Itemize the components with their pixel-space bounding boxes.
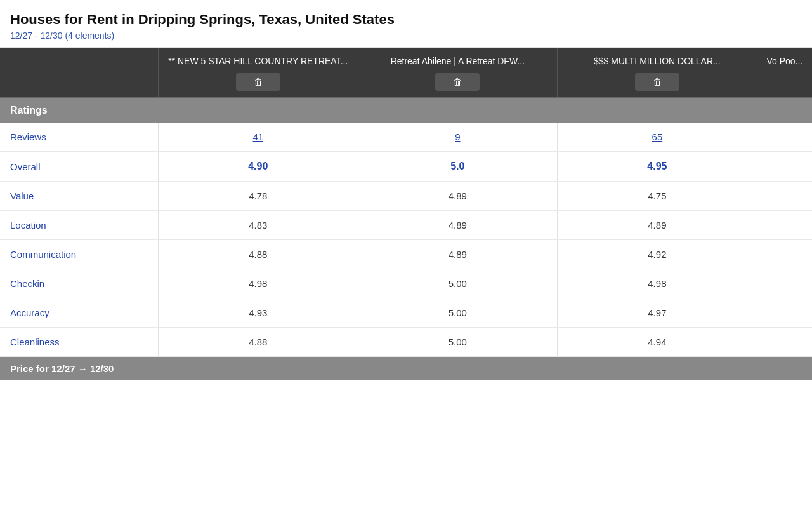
header-empty-cell <box>0 48 158 98</box>
cell-6-3 <box>757 298 812 328</box>
trash-icon-3: 🗑 <box>653 77 662 87</box>
delete-button-3[interactable]: 🗑 <box>635 73 679 91</box>
cell-4-2: 4.92 <box>558 240 757 269</box>
cell-0-0[interactable]: 41 <box>158 123 358 152</box>
price-section-header: Price for 12/27 → 12/30 <box>0 357 812 381</box>
price-label: Price for 12/27 → 12/30 <box>0 357 812 381</box>
comparison-table-wrapper: ** NEW 5 STAR HILL COUNTRY RETREAT... 🗑 … <box>0 48 812 380</box>
cell-1-1: 5.0 <box>358 152 558 182</box>
trash-icon-2: 🗑 <box>453 77 462 87</box>
cell-7-1: 5.00 <box>358 328 558 357</box>
page-subtitle: 12/27 - 12/30 (4 elements) <box>10 30 802 41</box>
cell-6-1: 5.00 <box>358 298 558 328</box>
cell-3-3 <box>757 211 812 240</box>
cell-0-1[interactable]: 9 <box>358 123 558 152</box>
page-header: Houses for Rent in Dripping Springs, Tex… <box>0 0 812 48</box>
property-col-4-partial: Vo Poo... <box>757 48 812 98</box>
property-link-2[interactable]: Retreat Abilene | A Retreat DFW... <box>365 55 551 67</box>
delete-button-1[interactable]: 🗑 <box>236 73 280 91</box>
ratings-label: Ratings <box>0 98 812 123</box>
cell-5-1: 5.00 <box>358 269 558 298</box>
cell-3-0: 4.83 <box>158 211 358 240</box>
ratings-section-header: Ratings <box>0 98 812 123</box>
cell-2-3 <box>757 182 812 211</box>
cell-7-2: 4.94 <box>558 328 757 357</box>
property-col-2: Retreat Abilene | A Retreat DFW... 🗑 <box>358 48 558 98</box>
cell-6-2: 4.97 <box>558 298 757 328</box>
cell-2-1: 4.89 <box>358 182 558 211</box>
cell-1-0: 4.90 <box>158 152 358 182</box>
cell-3-1: 4.89 <box>358 211 558 240</box>
cell-5-2: 4.98 <box>558 269 757 298</box>
row-label-4: Communication <box>0 240 158 269</box>
table-row: Checkin4.985.004.98 <box>0 269 812 298</box>
trash-icon-1: 🗑 <box>254 77 263 87</box>
cell-2-2: 4.75 <box>558 182 757 211</box>
property-header-row: ** NEW 5 STAR HILL COUNTRY RETREAT... 🗑 … <box>0 48 812 98</box>
property-col-3: $$$ MULTI MILLION DOLLAR... 🗑 <box>558 48 757 98</box>
page-title: Houses for Rent in Dripping Springs, Tex… <box>10 11 802 28</box>
cell-2-0: 4.78 <box>158 182 358 211</box>
cell-4-3 <box>757 240 812 269</box>
property-link-4[interactable]: Vo Poo... <box>764 55 806 67</box>
cell-1-2: 4.95 <box>558 152 757 182</box>
cell-7-3 <box>757 328 812 357</box>
table-row: Cleanliness4.885.004.94 <box>0 328 812 357</box>
cell-4-1: 4.89 <box>358 240 558 269</box>
row-label-1: Overall <box>0 152 158 182</box>
cell-7-0: 4.88 <box>158 328 358 357</box>
table-row: Accuracy4.935.004.97 <box>0 298 812 328</box>
property-link-3[interactable]: $$$ MULTI MILLION DOLLAR... <box>564 55 750 67</box>
table-row: Value4.784.894.75 <box>0 182 812 211</box>
row-label-6: Accuracy <box>0 298 158 328</box>
row-label-5: Checkin <box>0 269 158 298</box>
table-row: Communication4.884.894.92 <box>0 240 812 269</box>
cell-5-3 <box>757 269 812 298</box>
table-row: Location4.834.894.89 <box>0 211 812 240</box>
cell-1-3 <box>757 152 812 182</box>
delete-button-2[interactable]: 🗑 <box>435 73 480 91</box>
cell-0-2[interactable]: 65 <box>558 123 757 152</box>
cell-6-0: 4.93 <box>158 298 358 328</box>
row-label-0: Reviews <box>0 123 158 152</box>
table-row: Reviews41965 <box>0 123 812 152</box>
table-row: Overall4.905.04.95 <box>0 152 812 182</box>
row-label-3: Location <box>0 211 158 240</box>
row-label-2: Value <box>0 182 158 211</box>
cell-5-0: 4.98 <box>158 269 358 298</box>
cell-4-0: 4.88 <box>158 240 358 269</box>
row-label-7: Cleanliness <box>0 328 158 357</box>
cell-0-3 <box>757 123 812 152</box>
cell-3-2: 4.89 <box>558 211 757 240</box>
property-link-1[interactable]: ** NEW 5 STAR HILL COUNTRY RETREAT... <box>165 55 351 67</box>
property-col-1: ** NEW 5 STAR HILL COUNTRY RETREAT... 🗑 <box>158 48 358 98</box>
comparison-table: ** NEW 5 STAR HILL COUNTRY RETREAT... 🗑 … <box>0 48 812 380</box>
